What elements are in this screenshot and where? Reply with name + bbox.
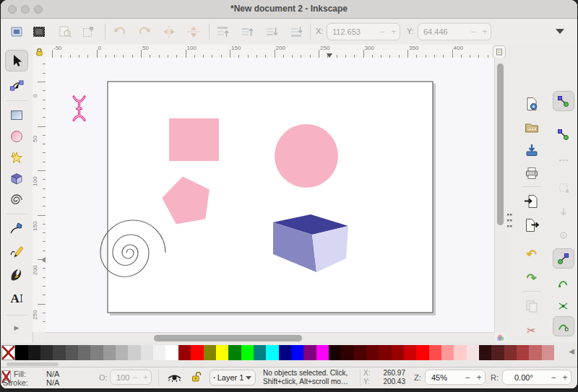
- palette-swatch[interactable]: [379, 345, 391, 360]
- rotation-value[interactable]: 0.00°: [503, 373, 548, 382]
- star-tool-button[interactable]: [5, 147, 28, 168]
- snap-bbox-centers-button[interactable]: [553, 225, 574, 245]
- palette-swatch[interactable]: [429, 345, 441, 360]
- raise-to-top-icon[interactable]: [213, 22, 232, 41]
- raise-icon[interactable]: [238, 22, 256, 41]
- palette-swatch[interactable]: [141, 345, 153, 360]
- selection-frame-icon[interactable]: [7, 22, 26, 41]
- palette-swatch[interactable]: [178, 345, 191, 360]
- palette-swatch[interactable]: [78, 345, 90, 360]
- ellipse-tool-button[interactable]: [5, 126, 28, 147]
- vertical-scrollbar[interactable]: [494, 58, 506, 332]
- zoom-decrement[interactable]: −: [462, 373, 473, 383]
- palette-swatch[interactable]: [204, 345, 216, 360]
- x-increment-button[interactable]: +: [388, 27, 400, 37]
- open-document-button[interactable]: [521, 117, 543, 137]
- opacity-value[interactable]: 100: [111, 373, 129, 382]
- palette-swatch[interactable]: [53, 345, 65, 360]
- toolbox-expander[interactable]: ▶: [1, 324, 33, 331]
- palette-swatch[interactable]: [241, 345, 254, 360]
- vertical-scroll-thumb[interactable]: [497, 64, 504, 225]
- save-document-button[interactable]: [521, 140, 543, 160]
- palette-swatch[interactable]: [28, 345, 40, 360]
- lower-to-bottom-icon[interactable]: [287, 22, 306, 41]
- ruler-corner-button[interactable]: [493, 45, 506, 58]
- snap-nodes-button[interactable]: [553, 248, 574, 269]
- snap-bbox-midpoints-button[interactable]: [553, 202, 574, 222]
- rotation-field[interactable]: 0.00° − +: [502, 370, 571, 385]
- rotation-decrement[interactable]: −: [548, 373, 559, 383]
- snap-bbox-edges-button[interactable]: [553, 150, 574, 170]
- palette-swatch[interactable]: [416, 345, 428, 360]
- x-coordinate-value[interactable]: 112.653: [327, 27, 376, 36]
- document-properties-button[interactable]: [521, 94, 543, 114]
- y-decrement-button[interactable]: −: [467, 27, 479, 37]
- vertical-ruler[interactable]: 050100150200250: [33, 58, 46, 332]
- palette-swatch[interactable]: [366, 345, 379, 360]
- palette-swatch[interactable]: [404, 345, 416, 360]
- palette-swatch[interactable]: [441, 345, 454, 360]
- pink-square-shape[interactable]: [169, 118, 219, 161]
- enable-snapping-button[interactable]: [553, 91, 574, 111]
- calligraphy-tool-button[interactable]: [5, 264, 28, 286]
- palette-swatch[interactable]: [491, 345, 504, 360]
- palette-swatch[interactable]: [329, 345, 341, 360]
- palette-swatch[interactable]: [504, 345, 517, 360]
- x-coordinate-field[interactable]: 112.653 − +: [327, 23, 400, 40]
- palette-swatch[interactable]: [165, 345, 178, 360]
- palette-swatch[interactable]: [467, 345, 479, 360]
- lower-icon[interactable]: [262, 22, 281, 41]
- redo-button[interactable]: ↷: [521, 268, 543, 288]
- cut-button[interactable]: ✂: [521, 320, 543, 340]
- snap-to-path-intersections-button[interactable]: [553, 296, 574, 316]
- current-layer-dropdown[interactable]: ▪ Layer 1: [210, 370, 256, 386]
- palette-swatch[interactable]: [517, 345, 529, 360]
- palette-swatch[interactable]: [116, 345, 128, 360]
- import-button[interactable]: [521, 191, 543, 212]
- layer-lock-toggle[interactable]: [190, 371, 202, 385]
- palette-swatch[interactable]: [542, 345, 554, 360]
- y-coordinate-value[interactable]: 64.446: [418, 27, 467, 36]
- color-managed-view-button[interactable]: [495, 333, 506, 342]
- palette-swatch[interactable]: [191, 345, 203, 360]
- snap-to-cusp-nodes-button[interactable]: [553, 316, 574, 336]
- zoom-field[interactable]: 45% − +: [425, 370, 486, 385]
- canvas-viewport[interactable]: [46, 58, 494, 332]
- opacity-decrement[interactable]: −: [129, 373, 140, 383]
- snap-bounding-box-button[interactable]: [553, 124, 574, 144]
- palette-swatch[interactable]: [254, 345, 266, 360]
- palette-swatch[interactable]: [128, 345, 140, 360]
- node-tool-button[interactable]: [5, 74, 28, 96]
- palette-swatch[interactable]: [354, 345, 366, 360]
- palette-swatch[interactable]: [15, 345, 27, 360]
- horizontal-ruler[interactable]: -50050100150200250300350400: [46, 45, 494, 58]
- select-all-icon[interactable]: [30, 22, 48, 41]
- palette-swatch[interactable]: [279, 345, 291, 360]
- palette-swatch[interactable]: [90, 345, 103, 360]
- zoom-increment[interactable]: +: [473, 373, 485, 383]
- palette-swatch[interactable]: [40, 345, 53, 360]
- print-document-button[interactable]: [521, 163, 543, 183]
- horizontal-scrollbar[interactable]: [46, 332, 494, 343]
- palette-swatch[interactable]: [341, 345, 353, 360]
- export-button[interactable]: [521, 215, 543, 235]
- x-decrement-button[interactable]: −: [376, 27, 388, 37]
- pen-tool-button[interactable]: [5, 218, 28, 240]
- palette-swatch[interactable]: [153, 345, 165, 360]
- rectangle-tool-button[interactable]: [5, 104, 28, 126]
- palette-swatch[interactable]: [291, 345, 303, 360]
- palette-swatch[interactable]: [529, 345, 541, 360]
- zoom-value[interactable]: 45%: [426, 373, 462, 382]
- palette-swatch[interactable]: [216, 345, 228, 360]
- selector-tool-button[interactable]: [5, 50, 28, 71]
- fill-value[interactable]: N/A: [46, 370, 59, 378]
- palette-swatch[interactable]: [303, 345, 316, 360]
- horizontal-scroll-thumb[interactable]: [154, 335, 302, 341]
- box3d-tool-button[interactable]: [5, 167, 28, 189]
- y-coordinate-field[interactable]: 64.446 − +: [418, 23, 491, 40]
- stroke-value[interactable]: N/A: [46, 378, 59, 387]
- toolbar-overflow-button[interactable]: [556, 29, 564, 34]
- y-increment-button[interactable]: +: [479, 27, 491, 37]
- text-tool-button[interactable]: A: [5, 287, 28, 309]
- palette-swatch[interactable]: [454, 345, 466, 360]
